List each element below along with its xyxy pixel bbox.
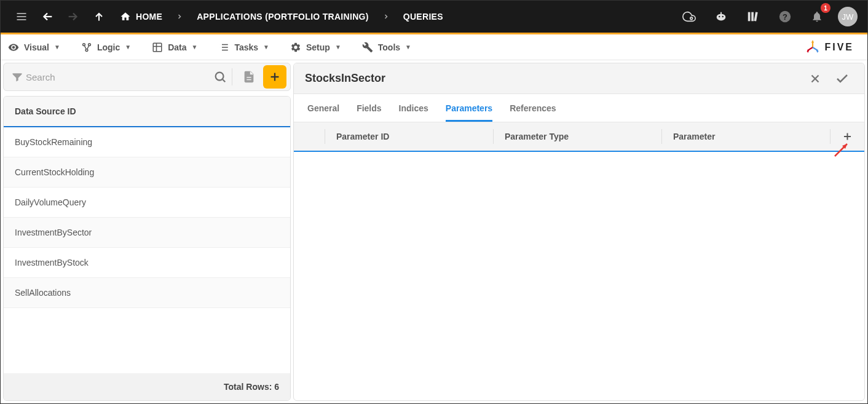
- menu-visual[interactable]: Visual▼: [8, 42, 60, 53]
- menu-tasks[interactable]: Tasks▼: [218, 42, 269, 53]
- grid-icon: [152, 42, 163, 53]
- chevron-right-icon: [172, 13, 187, 20]
- svg-point-8: [719, 16, 720, 17]
- dropdown-triangle-icon: ▼: [335, 44, 341, 50]
- hamburger-menu-icon[interactable]: [10, 6, 33, 28]
- add-parameter-button[interactable]: [830, 129, 864, 144]
- cloud-icon[interactable]: [678, 6, 700, 28]
- breadcrumb-queries[interactable]: QUERIES: [397, 12, 449, 22]
- eye-icon: [8, 42, 19, 53]
- list-item[interactable]: DailyVolumeQuery: [4, 188, 290, 218]
- confirm-button[interactable]: [831, 68, 853, 90]
- back-arrow-icon[interactable]: [36, 6, 58, 28]
- menu-tools[interactable]: Tools▼: [362, 42, 411, 53]
- add-button[interactable]: [263, 65, 286, 89]
- list-item[interactable]: InvestmentBySector: [4, 218, 290, 248]
- notification-badge: 1: [821, 3, 831, 13]
- filter-icon[interactable]: [11, 71, 23, 83]
- svg-marker-28: [811, 40, 814, 42]
- topbar-right: ? 1 JW: [678, 6, 858, 28]
- main-content: Data Source ID BuyStockRemaining Current…: [1, 60, 867, 403]
- menu-label: Tasks: [234, 42, 258, 52]
- svg-rect-13: [754, 12, 758, 21]
- svg-rect-12: [751, 12, 754, 22]
- bot-icon[interactable]: [710, 6, 732, 28]
- svg-point-6: [690, 17, 693, 20]
- breadcrumb-home[interactable]: HOME: [114, 11, 168, 22]
- dropdown-triangle-icon: ▼: [405, 44, 411, 50]
- menu-label: Visual: [24, 42, 49, 52]
- tab-indices[interactable]: Indices: [399, 94, 428, 122]
- detail-panel: StocksInSector General Fields Indices Pa…: [293, 63, 865, 401]
- svg-rect-10: [720, 12, 722, 15]
- tasks-icon: [218, 42, 229, 53]
- column-parameter-type[interactable]: Parameter Type: [493, 129, 661, 144]
- svg-point-7: [717, 14, 726, 20]
- svg-rect-19: [153, 43, 162, 52]
- chevron-right-icon: [379, 13, 393, 20]
- menu-logic[interactable]: Logic▼: [81, 42, 131, 53]
- breadcrumb-applications[interactable]: APPLICATIONS (PORTFOLIO TRAINING): [191, 12, 375, 22]
- plus-icon: [268, 70, 282, 84]
- library-icon[interactable]: [742, 6, 764, 28]
- breadcrumb-home-label: HOME: [136, 12, 162, 22]
- list-item[interactable]: CurrentStockHolding: [4, 157, 290, 188]
- gear-icon: [290, 42, 301, 53]
- breadcrumb-page-label: QUERIES: [403, 12, 443, 22]
- tab-parameters[interactable]: Parameters: [446, 94, 492, 122]
- list-item[interactable]: InvestmentByStock: [4, 248, 290, 278]
- menu-label: Setup: [306, 42, 330, 52]
- list-column-header[interactable]: Data Source ID: [4, 97, 290, 127]
- svg-text:?: ?: [783, 12, 787, 22]
- svg-line-32: [223, 79, 225, 82]
- data-source-list: Data Source ID BuyStockRemaining Current…: [3, 96, 291, 401]
- list-footer: Total Rows: 6: [4, 373, 290, 400]
- menu-data[interactable]: Data▼: [152, 42, 197, 53]
- left-panel: Data Source ID BuyStockRemaining Current…: [3, 63, 291, 401]
- column-parameter-id[interactable]: Parameter ID: [325, 129, 493, 144]
- column-parameter[interactable]: Parameter: [661, 129, 830, 144]
- document-button[interactable]: [237, 65, 261, 89]
- detail-title: StocksInSector: [305, 72, 385, 85]
- brand-logo: FIVE: [805, 39, 860, 55]
- close-icon: [808, 72, 822, 85]
- svg-rect-11: [748, 12, 751, 22]
- notifications-button[interactable]: 1: [806, 6, 828, 28]
- tab-general[interactable]: General: [307, 94, 339, 122]
- help-icon[interactable]: ?: [774, 6, 796, 28]
- dropdown-triangle-icon: ▼: [263, 44, 269, 50]
- check-icon: [835, 71, 850, 86]
- search-icon[interactable]: [213, 70, 227, 84]
- detail-header: StocksInSector: [294, 63, 864, 94]
- menu-label: Logic: [97, 42, 120, 52]
- list-body: BuyStockRemaining CurrentStockHolding Da…: [4, 127, 290, 373]
- plus-icon: [842, 130, 853, 143]
- menu-setup[interactable]: Setup▼: [290, 42, 341, 53]
- list-item[interactable]: SellAllocations: [4, 278, 290, 308]
- dropdown-triangle-icon: ▼: [54, 44, 60, 50]
- dropdown-triangle-icon: ▼: [125, 44, 131, 50]
- bell-icon: [811, 10, 823, 23]
- list-item[interactable]: BuyStockRemaining: [4, 127, 290, 157]
- up-arrow-icon[interactable]: [88, 6, 110, 28]
- search-bar: [3, 63, 291, 91]
- svg-point-9: [722, 16, 724, 17]
- menubar: Visual▼ Logic▼ Data▼ Tasks▼ Setup▼ Tools…: [1, 34, 867, 60]
- menu-label: Data: [168, 42, 186, 52]
- logic-icon: [81, 42, 92, 53]
- tab-references[interactable]: References: [510, 94, 556, 122]
- menu-label: Tools: [378, 42, 400, 52]
- close-button[interactable]: [804, 68, 826, 90]
- breadcrumb-app-label: APPLICATIONS (PORTFOLIO TRAINING): [197, 12, 369, 22]
- tools-icon: [362, 42, 373, 53]
- topbar: HOME APPLICATIONS (PORTFOLIO TRAINING) Q…: [1, 1, 867, 33]
- forward-arrow-icon: [62, 6, 84, 28]
- tabs: General Fields Indices Parameters Refere…: [294, 94, 864, 122]
- detail-actions: [804, 68, 853, 90]
- avatar[interactable]: JW: [838, 7, 858, 26]
- dropdown-triangle-icon: ▼: [192, 44, 198, 50]
- home-icon: [120, 11, 131, 22]
- search-input[interactable]: [26, 72, 211, 82]
- topbar-left: HOME APPLICATIONS (PORTFOLIO TRAINING) Q…: [10, 6, 449, 28]
- tab-fields[interactable]: Fields: [357, 94, 381, 122]
